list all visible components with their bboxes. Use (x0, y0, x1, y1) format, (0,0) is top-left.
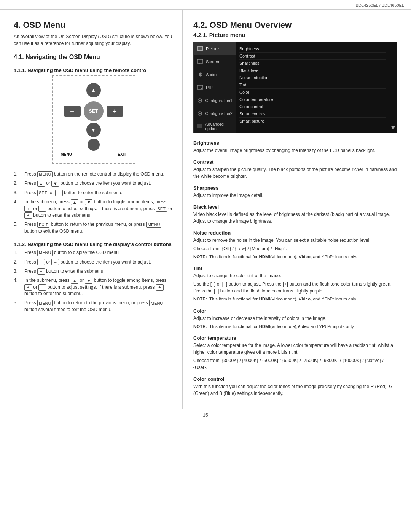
osd-menu-left-panel: Picture Screen Audio (194, 42, 236, 133)
step-4-1-1-2: Press ▲ or ▼ button to choose the item y… (14, 180, 173, 187)
remote-diagram: ▲ – SET + ▼ MENU (52, 75, 135, 164)
svg-point-10 (199, 100, 201, 101)
term-noise-reduction-note: NOTE: This item is functional for HDMI(V… (193, 254, 397, 260)
section-4-2-1-title: 4.2.1. Picture menu (193, 32, 397, 38)
term-contrast-body: Adjust to sharpen the picture quality. T… (193, 166, 397, 180)
osd-right-sharpness: Sharpness (239, 60, 386, 67)
osd-menu-item-config1: Configuration1 (194, 94, 236, 107)
step-4-1-1-5: Press EXIT button to return to the previ… (14, 221, 173, 235)
remote-plus-button: + (107, 106, 123, 117)
steps-4-1-1: Press MENU button on the remote control … (14, 171, 173, 235)
term-color-heading: Color (193, 308, 397, 314)
term-tint-note: NOTE: This item is functional for HDMI(V… (193, 296, 397, 302)
svg-marker-6 (199, 72, 201, 77)
osd-menu-item-screen: Screen (194, 55, 236, 68)
svg-point-12 (199, 113, 201, 114)
term-black-level-body: Video black level is defined as the leve… (193, 211, 397, 225)
step-4-1-2-4: In the submenu, press ▲ or ▼ button to t… (14, 277, 173, 297)
osd-scroll-down: ▼ (389, 123, 397, 133)
osd-menu-item-advanced: Advanced option (194, 120, 236, 133)
svg-rect-13 (197, 124, 202, 128)
term-tint-body: Adjust to change the color tint of the i… (193, 272, 397, 279)
svg-rect-8 (201, 88, 202, 89)
osd-right-smart-contrast: Smart contrast (239, 110, 386, 118)
term-sharpness: Sharpness Adjust to improve the image de… (193, 185, 397, 199)
osd-right-color-temp: Color temperature (239, 96, 386, 103)
model-number: BDL4250EL / BDL4650EL (356, 3, 404, 8)
osd-right-smart-picture: Smart picture (239, 118, 386, 125)
section-4-title: 4. OSD Menu (14, 20, 173, 30)
step-4-1-2-1: Press MENU button to display the OSD men… (14, 249, 173, 256)
section-4-intro: An overall view of the On-Screen Display… (14, 33, 173, 47)
osd-right-tint: Tint (239, 81, 386, 89)
osd-right-noise-reduction: Noise reduction (239, 74, 386, 81)
term-tint-heading: Tint (193, 265, 397, 271)
term-tint: Tint Adjust to change the color tint of … (193, 265, 397, 302)
osd-right-color: Color (239, 89, 386, 96)
term-color-note: NOTE: This item is functional for HDMI(V… (193, 323, 397, 330)
term-brightness-body: Adjust the overall image brightness by c… (193, 147, 397, 154)
term-black-level: Black level Video black level is defined… (193, 204, 397, 225)
term-noise-reduction-body: Adjust to remove the noise in the image.… (193, 237, 397, 244)
right-column: 4.2. OSD Menu Overview 4.2.1. Picture me… (183, 10, 411, 409)
page-number: 15 (203, 412, 208, 418)
svg-rect-3 (197, 59, 203, 63)
page-header: BDL4250EL / BDL4650EL (0, 0, 411, 10)
step-4-1-1-3: Press SET or + button to enter the subme… (14, 190, 173, 196)
term-color-temperature-body: Select a color temperature for the image… (193, 342, 397, 356)
step-4-1-2-2: Press + or – button to choose the item y… (14, 259, 173, 265)
osd-menu-right-panel: Brightness Contrast Sharpness Black leve… (236, 42, 389, 133)
step-4-1-2-3: Press + button to enter the submenu. (14, 268, 173, 275)
term-color: Color Adjust to increase or decrease the… (193, 308, 397, 330)
remote-up-button: ▲ (86, 83, 101, 97)
osd-right-contrast: Contrast (239, 53, 386, 60)
remote-exit-button (88, 139, 100, 151)
section-4-1-title: 4.1. Navigating the OSD Menu (14, 54, 173, 61)
remote-down-button: ▼ (86, 123, 101, 137)
term-color-control-body: With this function you can adjust the co… (193, 383, 397, 397)
term-noise-reduction: Noise reduction Adjust to remove the noi… (193, 230, 397, 260)
term-color-temperature-choose: Choose from: {3000K} / {4000K} / {5000K}… (193, 357, 397, 371)
term-brightness-heading: Brightness (193, 140, 397, 146)
step-4-1-1-1: Press MENU button on the remote control … (14, 171, 173, 177)
osd-menu-item-config2: Configuration2 (194, 107, 236, 120)
term-contrast-heading: Contrast (193, 159, 397, 165)
term-brightness: Brightness Adjust the overall image brig… (193, 140, 397, 154)
term-tint-body2: Use the [+] or [–] button to adjust. Pre… (193, 281, 397, 294)
term-black-level-heading: Black level (193, 204, 397, 210)
step-4-1-1-4: In the submenu, press ▲ or ▼ button to t… (14, 199, 173, 219)
term-noise-reduction-heading: Noise reduction (193, 230, 397, 236)
term-color-body: Adjust to increase or decrease the inten… (193, 315, 397, 322)
term-color-temperature-heading: Color temperature (193, 335, 397, 341)
left-column: 4. OSD Menu An overall view of the On-Sc… (0, 10, 183, 409)
term-sharpness-heading: Sharpness (193, 185, 397, 191)
svg-rect-1 (198, 47, 202, 50)
step-4-1-2-5: Press MENU button to return to the previ… (14, 300, 173, 313)
osd-menu-item-pip: PIP (194, 81, 236, 94)
section-4-1-2-title: 4.1.2. Navigating the OSD menu using the… (14, 241, 173, 247)
osd-menu-item-audio: Audio (194, 68, 236, 81)
term-noise-reduction-choose: Choose from: {Off} / {Low} / {Medium} / … (193, 245, 397, 252)
remote-set-button: SET (84, 101, 104, 121)
remote-minus-button: – (64, 106, 81, 117)
term-color-control-heading: Color control (193, 376, 397, 382)
section-4-1-1-title: 4.1.1. Navigating the OSD menu using the… (14, 67, 173, 73)
page-footer: 15 (0, 409, 411, 421)
remote-labels: MENU EXIT (59, 152, 128, 157)
osd-right-black-level: Black level (239, 67, 386, 74)
term-sharpness-body: Adjust to improve the image detail. (193, 192, 397, 199)
osd-menu-item-picture: Picture (194, 42, 236, 55)
osd-right-color-control: Color control (239, 103, 386, 110)
svg-rect-2 (199, 50, 201, 51)
term-color-temperature: Color temperature Select a color tempera… (193, 335, 397, 371)
osd-right-brightness: Brightness (239, 45, 386, 53)
section-4-2-title: 4.2. OSD Menu Overview (193, 20, 397, 30)
steps-4-1-2: Press MENU button to display the OSD men… (14, 249, 173, 313)
term-contrast: Contrast Adjust to sharpen the picture q… (193, 159, 397, 180)
term-color-control: Color control With this function you can… (193, 376, 397, 397)
osd-menu-diagram: Picture Screen Audio (193, 42, 397, 133)
